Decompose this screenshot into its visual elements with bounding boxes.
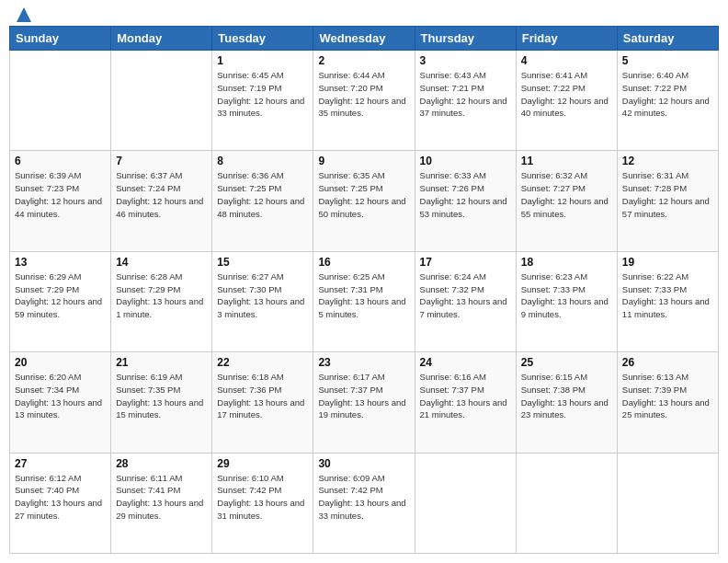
- day-number: 4: [521, 54, 612, 67]
- calendar-cell: 16Sunrise: 6:25 AMSunset: 7:31 PMDayligh…: [313, 251, 415, 351]
- day-number: 3: [420, 54, 511, 67]
- day-number: 6: [15, 155, 106, 167]
- day-info: Sunrise: 6:22 AMSunset: 7:33 PMDaylight:…: [622, 270, 713, 321]
- day-info: Sunrise: 6:36 AMSunset: 7:25 PMDaylight:…: [217, 169, 308, 220]
- day-number: 19: [622, 256, 713, 269]
- calendar-cell: [10, 51, 111, 151]
- calendar-cell: 20Sunrise: 6:20 AMSunset: 7:34 PMDayligh…: [10, 352, 111, 453]
- calendar-cell: 9Sunrise: 6:35 AMSunset: 7:25 PMDaylight…: [313, 151, 415, 251]
- day-number: 21: [116, 356, 207, 369]
- day-number: 5: [622, 54, 713, 67]
- calendar-cell: 27Sunrise: 6:12 AMSunset: 7:40 PMDayligh…: [10, 453, 111, 553]
- day-number: 30: [318, 457, 409, 470]
- calendar-cell: 29Sunrise: 6:10 AMSunset: 7:42 PMDayligh…: [212, 453, 313, 553]
- day-number: 27: [15, 457, 106, 470]
- calendar-cell: 15Sunrise: 6:27 AMSunset: 7:30 PMDayligh…: [212, 251, 313, 351]
- calendar-cell: 26Sunrise: 6:13 AMSunset: 7:39 PMDayligh…: [617, 352, 718, 453]
- day-number: 11: [521, 155, 612, 167]
- day-info: Sunrise: 6:29 AMSunset: 7:29 PMDaylight:…: [15, 270, 106, 321]
- calendar-cell: 4Sunrise: 6:41 AMSunset: 7:22 PMDaylight…: [516, 51, 617, 151]
- calendar-cell: 22Sunrise: 6:18 AMSunset: 7:36 PMDayligh…: [212, 352, 313, 453]
- calendar-day-header: Wednesday: [313, 27, 415, 51]
- day-info: Sunrise: 6:43 AMSunset: 7:21 PMDaylight:…: [420, 69, 511, 120]
- calendar-header-row: SundayMondayTuesdayWednesdayThursdayFrid…: [10, 27, 719, 51]
- day-number: 25: [521, 356, 612, 369]
- calendar-week-row: 13Sunrise: 6:29 AMSunset: 7:29 PMDayligh…: [10, 251, 719, 351]
- day-info: Sunrise: 6:16 AMSunset: 7:37 PMDaylight:…: [420, 371, 511, 421]
- calendar-day-header: Monday: [111, 27, 212, 51]
- day-info: Sunrise: 6:32 AMSunset: 7:27 PMDaylight:…: [521, 169, 612, 220]
- svg-marker-0: [17, 7, 31, 22]
- calendar-week-row: 27Sunrise: 6:12 AMSunset: 7:40 PMDayligh…: [10, 453, 719, 553]
- day-number: 23: [318, 356, 409, 369]
- calendar-cell: 18Sunrise: 6:23 AMSunset: 7:33 PMDayligh…: [516, 251, 617, 351]
- day-info: Sunrise: 6:37 AMSunset: 7:24 PMDaylight:…: [116, 169, 207, 220]
- day-number: 16: [318, 256, 409, 269]
- day-info: Sunrise: 6:19 AMSunset: 7:35 PMDaylight:…: [116, 371, 207, 421]
- day-info: Sunrise: 6:27 AMSunset: 7:30 PMDaylight:…: [217, 270, 308, 321]
- calendar-cell: 13Sunrise: 6:29 AMSunset: 7:29 PMDayligh…: [10, 251, 111, 351]
- day-number: 15: [217, 256, 308, 269]
- day-info: Sunrise: 6:10 AMSunset: 7:42 PMDaylight:…: [217, 472, 308, 523]
- day-number: 14: [116, 256, 207, 269]
- day-info: Sunrise: 6:33 AMSunset: 7:26 PMDaylight:…: [420, 169, 511, 220]
- day-info: Sunrise: 6:17 AMSunset: 7:37 PMDaylight:…: [318, 371, 409, 421]
- calendar-cell: 23Sunrise: 6:17 AMSunset: 7:37 PMDayligh…: [313, 352, 415, 453]
- day-info: Sunrise: 6:15 AMSunset: 7:38 PMDaylight:…: [521, 371, 612, 421]
- day-info: Sunrise: 6:31 AMSunset: 7:28 PMDaylight:…: [622, 169, 713, 220]
- calendar-cell: 30Sunrise: 6:09 AMSunset: 7:42 PMDayligh…: [313, 453, 415, 553]
- day-number: 2: [318, 54, 409, 67]
- calendar-week-row: 6Sunrise: 6:39 AMSunset: 7:23 PMDaylight…: [10, 151, 719, 251]
- day-info: Sunrise: 6:12 AMSunset: 7:40 PMDaylight:…: [15, 472, 106, 523]
- day-number: 28: [116, 457, 207, 470]
- calendar-cell: 17Sunrise: 6:24 AMSunset: 7:32 PMDayligh…: [415, 251, 516, 351]
- day-number: 29: [217, 457, 308, 470]
- day-info: Sunrise: 6:20 AMSunset: 7:34 PMDaylight:…: [15, 371, 106, 421]
- day-number: 8: [217, 155, 308, 167]
- calendar-cell: 11Sunrise: 6:32 AMSunset: 7:27 PMDayligh…: [516, 151, 617, 251]
- day-info: Sunrise: 6:44 AMSunset: 7:20 PMDaylight:…: [318, 69, 409, 120]
- calendar-cell: 5Sunrise: 6:40 AMSunset: 7:22 PMDaylight…: [617, 51, 718, 151]
- calendar-week-row: 20Sunrise: 6:20 AMSunset: 7:34 PMDayligh…: [10, 352, 719, 453]
- day-number: 7: [116, 155, 207, 167]
- day-info: Sunrise: 6:18 AMSunset: 7:36 PMDaylight:…: [217, 371, 308, 421]
- day-info: Sunrise: 6:35 AMSunset: 7:25 PMDaylight:…: [318, 169, 409, 220]
- calendar-cell: 1Sunrise: 6:45 AMSunset: 7:19 PMDaylight…: [212, 51, 313, 151]
- day-info: Sunrise: 6:09 AMSunset: 7:42 PMDaylight:…: [318, 472, 409, 523]
- day-info: Sunrise: 6:39 AMSunset: 7:23 PMDaylight:…: [15, 169, 106, 220]
- day-number: 18: [521, 256, 612, 269]
- calendar-cell: 8Sunrise: 6:36 AMSunset: 7:25 PMDaylight…: [212, 151, 313, 251]
- calendar-cell: [111, 51, 212, 151]
- day-number: 26: [622, 356, 713, 369]
- calendar-table: SundayMondayTuesdayWednesdayThursdayFrid…: [9, 26, 719, 554]
- calendar-cell: 3Sunrise: 6:43 AMSunset: 7:21 PMDaylight…: [415, 51, 516, 151]
- calendar-cell: 12Sunrise: 6:31 AMSunset: 7:28 PMDayligh…: [617, 151, 718, 251]
- header: [9, 9, 719, 18]
- day-info: Sunrise: 6:41 AMSunset: 7:22 PMDaylight:…: [521, 69, 612, 120]
- calendar-cell: [415, 453, 516, 553]
- day-number: 17: [420, 256, 511, 269]
- day-info: Sunrise: 6:24 AMSunset: 7:32 PMDaylight:…: [420, 270, 511, 321]
- calendar-cell: 24Sunrise: 6:16 AMSunset: 7:37 PMDayligh…: [415, 352, 516, 453]
- calendar-day-header: Sunday: [10, 27, 111, 51]
- calendar-cell: 7Sunrise: 6:37 AMSunset: 7:24 PMDaylight…: [111, 151, 212, 251]
- calendar-day-header: Saturday: [617, 27, 718, 51]
- day-number: 20: [15, 356, 106, 369]
- calendar-cell: 21Sunrise: 6:19 AMSunset: 7:35 PMDayligh…: [111, 352, 212, 453]
- day-info: Sunrise: 6:11 AMSunset: 7:41 PMDaylight:…: [116, 472, 207, 523]
- calendar-cell: [516, 453, 617, 553]
- day-info: Sunrise: 6:25 AMSunset: 7:31 PMDaylight:…: [318, 270, 409, 321]
- day-info: Sunrise: 6:28 AMSunset: 7:29 PMDaylight:…: [116, 270, 207, 321]
- day-number: 24: [420, 356, 511, 369]
- calendar-day-header: Tuesday: [212, 27, 313, 51]
- calendar-cell: 6Sunrise: 6:39 AMSunset: 7:23 PMDaylight…: [10, 151, 111, 251]
- day-number: 12: [622, 155, 713, 167]
- day-info: Sunrise: 6:40 AMSunset: 7:22 PMDaylight:…: [622, 69, 713, 120]
- day-info: Sunrise: 6:45 AMSunset: 7:19 PMDaylight:…: [217, 69, 308, 120]
- calendar-cell: 19Sunrise: 6:22 AMSunset: 7:33 PMDayligh…: [617, 251, 718, 351]
- logo: [13, 9, 33, 18]
- calendar-page: SundayMondayTuesdayWednesdayThursdayFrid…: [0, 0, 728, 563]
- calendar-cell: 10Sunrise: 6:33 AMSunset: 7:26 PMDayligh…: [415, 151, 516, 251]
- day-number: 13: [15, 256, 106, 269]
- calendar-cell: 14Sunrise: 6:28 AMSunset: 7:29 PMDayligh…: [111, 251, 212, 351]
